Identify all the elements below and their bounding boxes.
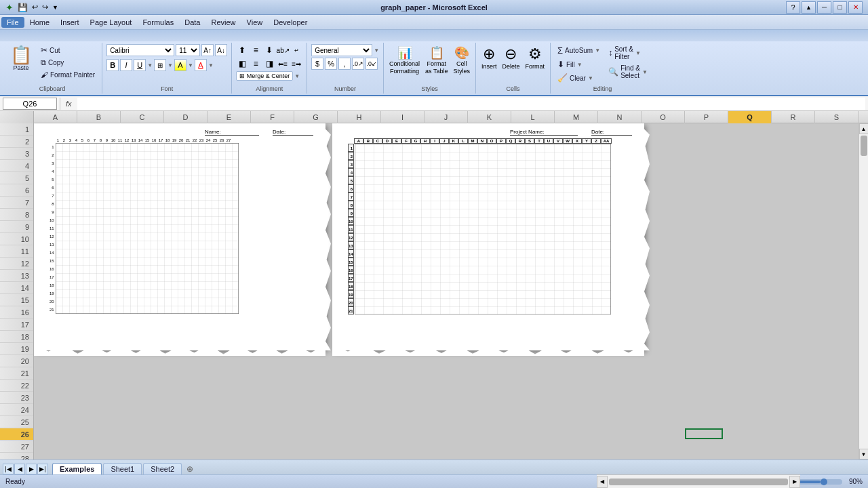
col-header-D[interactable]: D (164, 111, 208, 123)
row-4[interactable]: 4 (0, 160, 33, 172)
sheet-tab-examples[interactable]: Examples (52, 463, 102, 474)
col-header-C[interactable]: C (121, 111, 164, 123)
increase-decimal-btn[interactable]: .0↗ (352, 58, 364, 70)
col-header-E[interactable]: E (208, 111, 251, 123)
indent-right-btn[interactable]: ≡➡ (290, 58, 302, 70)
quick-access-more[interactable]: ▼ (52, 4, 58, 11)
col-header-R[interactable]: R (772, 111, 815, 123)
font-size-select[interactable]: 11 (176, 44, 200, 56)
col-header-Q[interactable]: Q (728, 111, 772, 123)
border-dropdown[interactable]: ▼ (167, 62, 173, 68)
font-name-select[interactable]: Calibri (106, 44, 174, 56)
row-6[interactable]: 6 (0, 184, 33, 197)
vertical-scrollbar[interactable]: ▲ ▼ (859, 123, 868, 460)
row-11[interactable]: 11 (0, 245, 33, 258)
decrease-decimal-btn[interactable]: .0↙ (366, 58, 378, 70)
window-controls[interactable]: ? ▲ ─ □ ✕ (786, 1, 863, 14)
conditional-formatting-btn[interactable]: 📊 ConditionalFormatting (388, 44, 421, 77)
row-7[interactable]: 7 (0, 197, 33, 209)
col-header-S[interactable]: S (815, 111, 859, 123)
sort-dropdown[interactable]: ▼ (635, 50, 641, 56)
h-scroll-left-btn[interactable]: ◀ (597, 476, 608, 488)
row-5[interactable]: 5 (0, 172, 33, 184)
h-scroll-thumb[interactable] (609, 479, 788, 485)
row-10[interactable]: 10 (0, 233, 33, 245)
col-header-K[interactable]: K (468, 111, 511, 123)
quick-access-save[interactable]: 💾 (18, 3, 28, 12)
align-bottom-btn[interactable]: ⬇ (263, 44, 275, 56)
row-18[interactable]: 18 (0, 331, 33, 343)
row-20[interactable]: 20 (0, 355, 33, 367)
col-header-L[interactable]: L (511, 111, 555, 123)
selected-cell-indicator[interactable] (685, 428, 723, 439)
sheet-last-btn[interactable]: ▶| (37, 464, 48, 474)
row-28[interactable]: 28 (0, 453, 33, 460)
italic-button[interactable]: I (120, 59, 132, 71)
find-dropdown[interactable]: ▼ (642, 69, 648, 75)
align-left-btn[interactable]: ◧ (236, 58, 248, 70)
currency-btn[interactable]: $ (311, 58, 323, 70)
cut-button[interactable]: ✂ Cut (38, 44, 98, 56)
row-24[interactable]: 24 (0, 404, 33, 416)
menu-review[interactable]: Review (205, 17, 241, 28)
row-17[interactable]: 17 (0, 319, 33, 331)
font-color-button[interactable]: A (195, 59, 207, 71)
row-23[interactable]: 23 (0, 392, 33, 404)
fill-color-button[interactable]: A (174, 59, 186, 71)
row-12[interactable]: 12 (0, 258, 33, 270)
help-btn[interactable]: ? (786, 1, 800, 14)
menu-page-layout[interactable]: Page Layout (85, 17, 138, 28)
row-27[interactable]: 27 (0, 441, 33, 453)
copy-button[interactable]: ⧉ Copy (38, 57, 98, 68)
row-9[interactable]: 9 (0, 221, 33, 233)
find-select-button[interactable]: 🔍 Find &Select ▼ (606, 63, 650, 81)
row-26[interactable]: 26 (0, 428, 33, 441)
fill-button[interactable]: ⬇ Fill ▼ (555, 58, 603, 70)
col-header-O[interactable]: O (642, 111, 685, 123)
maximize-btn[interactable]: □ (833, 1, 847, 14)
format-as-table-btn[interactable]: 📋 Formatas Table (424, 44, 449, 77)
col-header-J[interactable]: J (425, 111, 468, 123)
merge-dropdown[interactable]: ▼ (294, 73, 300, 79)
sheet-nav-left[interactable]: |◀ ◀ ▶ ▶| (3, 464, 48, 474)
col-header-P[interactable]: P (685, 111, 728, 123)
row-1[interactable]: 1 (0, 123, 33, 136)
sheet-prev-btn[interactable]: ◀ (14, 464, 25, 474)
decrease-font-btn[interactable]: A↓ (215, 44, 227, 56)
row-15[interactable]: 15 (0, 294, 33, 306)
sheet-next-btn[interactable]: ▶ (26, 464, 37, 474)
border-button[interactable]: ⊞ (154, 59, 166, 71)
row-19[interactable]: 19 (0, 343, 33, 355)
scroll-thumb[interactable] (861, 136, 867, 156)
h-scroll-right-btn[interactable]: ▶ (789, 476, 800, 488)
col-header-B[interactable]: B (77, 111, 121, 123)
menu-developer[interactable]: Developer (268, 17, 313, 28)
col-header-A[interactable]: A (34, 111, 77, 123)
format-painter-button[interactable]: 🖌 Format Painter (38, 69, 98, 80)
row-13[interactable]: 13 (0, 270, 33, 282)
percent-btn[interactable]: % (325, 58, 337, 70)
col-header-F[interactable]: F (251, 111, 294, 123)
clear-dropdown[interactable]: ▼ (588, 75, 593, 81)
col-header-M[interactable]: M (555, 111, 598, 123)
autosum-dropdown[interactable]: ▼ (595, 47, 600, 54)
cell-styles-btn[interactable]: 🎨 CellStyles (452, 44, 471, 77)
clear-button[interactable]: 🧹 Clear ▼ (555, 72, 603, 84)
sheet-tab-sheet2[interactable]: Sheet2 (143, 463, 182, 474)
row-22[interactable]: 22 (0, 380, 33, 392)
autosum-button[interactable]: Σ AutoSum ▼ (555, 44, 603, 57)
menu-formulas[interactable]: Formulas (137, 17, 179, 28)
align-center-btn[interactable]: ≡ (250, 58, 262, 70)
horizontal-scrollbar[interactable]: ◀ ▶ (597, 474, 800, 488)
menu-insert[interactable]: Insert (55, 17, 85, 28)
insert-sheet-btn[interactable]: ⊕ (183, 464, 197, 474)
col-header-N[interactable]: N (598, 111, 642, 123)
align-right-btn[interactable]: ◨ (263, 58, 275, 70)
indent-left-btn[interactable]: ⬅≡ (277, 58, 289, 70)
underline-dropdown[interactable]: ▼ (147, 62, 153, 68)
merge-center-btn[interactable]: ⊞ Merge & Center (236, 71, 293, 81)
sort-filter-button[interactable]: ↕ Sort &Filter ▼ (606, 44, 650, 62)
col-header-H[interactable]: H (338, 111, 381, 123)
col-header-G[interactable]: G (294, 111, 338, 123)
sheet-first-btn[interactable]: |◀ (3, 464, 14, 474)
